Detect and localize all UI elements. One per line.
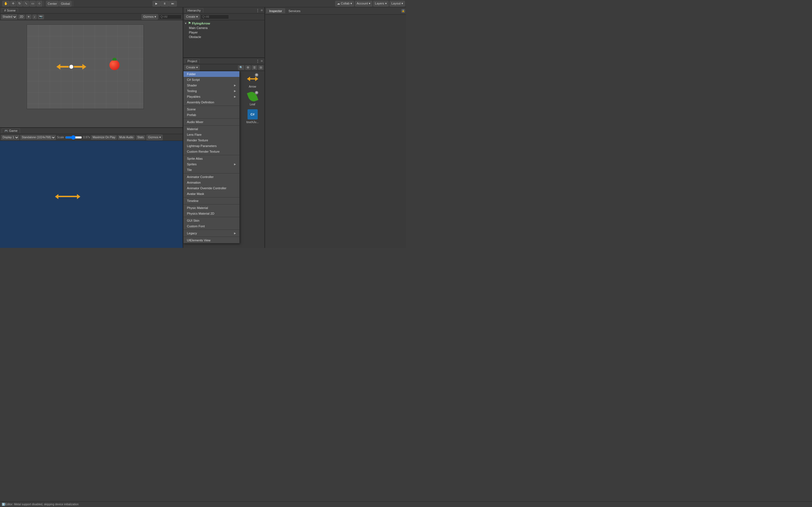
menu-item-custom-render-texture[interactable]: Custom Render Texture <box>184 149 239 154</box>
scale-tool-btn[interactable]: ⤡ <box>23 1 29 6</box>
menu-item-c#-script[interactable]: C# Script <box>184 77 239 82</box>
menu-item-physic-material[interactable]: Physic Material <box>184 205 239 211</box>
menu-item-audio-mixer[interactable]: Audio Mixer <box>184 119 239 125</box>
hierarchy-root-item[interactable]: ▼ ⚑ FlyingArrow <box>183 21 264 25</box>
game-gizmos-btn[interactable]: Gizmos ▾ <box>146 135 163 140</box>
menu-item-custom-font[interactable]: Custom Font <box>184 223 239 229</box>
menu-separator-6 <box>184 106 239 106</box>
project-tab[interactable]: Project <box>185 59 200 63</box>
maximize-label: Maximize On Play <box>93 136 115 139</box>
menu-item-shader[interactable]: Shader▶ <box>184 82 239 88</box>
project-settings-btn[interactable]: ⚙ <box>245 65 251 70</box>
hierarchy-create-btn[interactable]: Create ▾ <box>185 14 200 20</box>
menu-item-timeline[interactable]: Timeline <box>184 198 239 204</box>
asset-item-touchju[interactable]: C# touchJu... <box>242 108 263 124</box>
project-create-btn[interactable]: Create ▾ <box>185 65 200 70</box>
scene-light-btn[interactable]: ☀ <box>26 15 31 19</box>
rect-tool-btn[interactable]: ▭ <box>30 1 36 6</box>
menu-item-label: Render Texture <box>187 138 208 142</box>
asset-item-leaf[interactable]: ⚙ Leaf <box>242 90 263 107</box>
menu-item-lightmap-parameters[interactable]: Lightmap Parameters <box>184 143 239 149</box>
menu-item-render-texture[interactable]: Render Texture <box>184 137 239 143</box>
hierarchy-item-obstacle[interactable]: Obstacle <box>183 35 264 39</box>
hierarchy-item-camera[interactable]: Main Camera <box>183 25 264 30</box>
hierarchy-tab[interactable]: Hierarchy <box>185 8 203 13</box>
scene-search[interactable] <box>159 15 182 19</box>
scene-tab[interactable]: # Scene <box>2 8 18 13</box>
menu-item-material[interactable]: Material <box>184 126 239 132</box>
scene-view <box>0 20 183 127</box>
menu-item-sprite-atlas[interactable]: Sprite Atlas <box>184 156 239 161</box>
game-tab[interactable]: 🎮 Game <box>2 128 20 133</box>
project-collapse-icon[interactable]: ⊟ <box>261 60 263 62</box>
scene-audio-btn[interactable]: ♪ <box>33 15 37 19</box>
custom-tool-btn[interactable]: ⊹ <box>36 1 42 6</box>
hand-tool-btn[interactable]: ✋ <box>2 1 10 6</box>
services-tab[interactable]: Services <box>286 9 303 13</box>
project-collapse-btn[interactable]: ⊟ <box>258 65 263 70</box>
menu-item-legacy[interactable]: Legacy▶ <box>184 230 239 236</box>
asset-item-arrow[interactable]: ⚙ Arrow <box>242 72 263 89</box>
inspector-lock-icon[interactable]: 🔒 <box>402 9 405 13</box>
resolution-select[interactable]: Standalone (1024x768) <box>20 135 56 140</box>
scene-panel: # Scene Shaded 2D ☀ ♪ 📷 Gizmos ▾ <box>0 7 183 127</box>
menu-item-gui-skin[interactable]: GUI Skin <box>184 218 239 223</box>
layout-label: Layout ▾ <box>391 2 403 5</box>
menu-item-animator-controller[interactable]: Animator Controller <box>184 174 239 180</box>
menu-item-assembly-definition[interactable]: Assembly Definition <box>184 100 239 105</box>
stats-btn[interactable]: Stats <box>136 135 145 140</box>
inspector-tab-label: Inspector <box>269 9 282 13</box>
menu-item-avatar-mask[interactable]: Avatar Mask <box>184 191 239 196</box>
pause-button[interactable]: ⏸ <box>161 1 168 6</box>
layers-dropdown[interactable]: Layers ▾ <box>373 1 389 6</box>
layout-dropdown[interactable]: Layout ▾ <box>390 1 405 6</box>
menu-separator-9 <box>184 125 239 126</box>
rotate-tool-btn[interactable]: ↻ <box>17 1 22 6</box>
scale-slider[interactable] <box>65 136 82 139</box>
top-toolbar: ✋ ✛ ↻ ⤡ ▭ ⊹ Center Global ▶ ⏸ ⏭ ☁ Collab… <box>0 0 406 7</box>
scene-cam-btn[interactable]: 📷 <box>38 15 44 19</box>
gizmos-btn[interactable]: Gizmos ▾ <box>142 14 158 20</box>
global-dropdown[interactable]: Global <box>59 1 71 6</box>
menu-item-prefab[interactable]: Prefab <box>184 112 239 118</box>
menu-item-lens-flare[interactable]: Lens Flare <box>184 132 239 137</box>
menu-item-physics-material-2d[interactable]: Physics Material 2D <box>184 211 239 216</box>
step-button[interactable]: ⏭ <box>169 1 177 6</box>
menu-item-scene[interactable]: Scene <box>184 107 239 112</box>
mute-audio-btn[interactable]: Mute Audio <box>118 135 135 140</box>
scene-canvas <box>27 24 144 109</box>
scene-toolbar: Shaded 2D ☀ ♪ 📷 Gizmos ▾ <box>0 13 183 20</box>
project-filter-btn[interactable]: ☰ <box>252 65 257 70</box>
game-arrow-shaft-1 <box>58 196 66 197</box>
menu-item-testing[interactable]: Testing▶ <box>184 88 239 94</box>
right-panel: Inspector Services 🔒 <box>264 7 406 248</box>
menu-item-label: Timeline <box>187 199 199 203</box>
project-search-btn[interactable]: 🔍 <box>238 65 244 70</box>
hierarchy-more-icon[interactable]: ⋮ <box>256 8 260 13</box>
menu-item-animator-override-controller[interactable]: Animator Override Controller <box>184 185 239 191</box>
menu-item-folder[interactable]: Folder <box>184 71 239 77</box>
menu-item-uielements-view[interactable]: UIElements View <box>184 237 239 243</box>
account-dropdown[interactable]: Account ▾ <box>355 1 372 6</box>
center-label: Center <box>48 2 57 5</box>
menu-item-label: Physic Material <box>187 206 208 210</box>
menu-item-sprites[interactable]: Sprites▶ <box>184 161 239 167</box>
project-more-icon[interactable]: ⋮ <box>256 59 260 63</box>
move-tool-btn[interactable]: ✛ <box>10 1 16 6</box>
menu-item-label: Lens Flare <box>187 133 202 136</box>
shading-select[interactable]: Shaded <box>1 14 17 19</box>
menu-item-playables[interactable]: Playables▶ <box>184 94 239 100</box>
display-select[interactable]: Display 1 <box>1 135 19 140</box>
play-button[interactable]: ▶ <box>153 1 160 6</box>
scene-2d-btn[interactable]: 2D <box>18 15 25 19</box>
maximize-on-play-btn[interactable]: Maximize On Play <box>91 135 117 140</box>
hierarchy-item-player[interactable]: Player <box>183 30 264 35</box>
collab-dropdown[interactable]: ☁ Collab ▾ <box>335 1 354 6</box>
hierarchy-search[interactable] <box>201 15 229 19</box>
menu-item-tile[interactable]: Tile <box>184 167 239 173</box>
menu-item-animation[interactable]: Animation <box>184 180 239 185</box>
menu-item-label: Animator Override Controller <box>187 186 226 190</box>
hierarchy-collapse-icon[interactable]: ⊟ <box>261 9 263 11</box>
inspector-tab[interactable]: Inspector <box>266 8 285 13</box>
center-dropdown[interactable]: Center <box>46 1 59 6</box>
